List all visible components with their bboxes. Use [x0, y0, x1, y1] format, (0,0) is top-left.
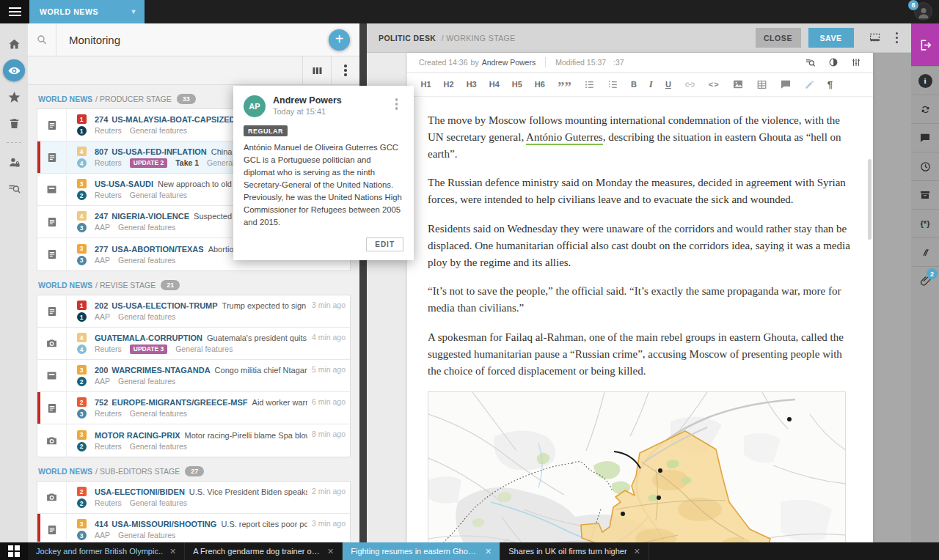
format-h4-button[interactable]: H4: [483, 73, 505, 96]
camera-item-icon: [37, 424, 67, 457]
by-label: by: [471, 58, 479, 67]
pencil-icon[interactable]: [797, 73, 821, 96]
home-icon[interactable]: [0, 31, 28, 57]
format-u-button[interactable]: U: [659, 73, 677, 96]
item-source: Reuters: [95, 191, 122, 199]
close-button[interactable]: CLOSE: [756, 28, 801, 48]
item-time: 8 min ago: [312, 430, 346, 438]
hamburger-menu-icon[interactable]: [0, 0, 29, 23]
item-headline: Motor racing-Pirelli blame Spa blow...: [185, 431, 307, 440]
format-b-button[interactable]: B: [624, 73, 643, 96]
popup-menu-icon[interactable]: [390, 95, 404, 117]
attachments-icon[interactable]: 2: [911, 266, 939, 295]
list-item[interactable]: 32200WARCRIMES-NTAGANDACongo militia chi…: [37, 360, 350, 392]
stage-label: / REVISE STAGE: [95, 281, 156, 290]
monitoring-menu-icon[interactable]: [331, 56, 359, 84]
item-source: Reuters: [95, 126, 122, 135]
list-item[interactable]: 32MOTOR RACING-PRIXMotor racing-Pirelli …: [37, 424, 350, 457]
send-to-icon[interactable]: [911, 23, 939, 66]
priority-badge: 3: [77, 531, 87, 540]
desk-link[interactable]: WORLD NEWS: [38, 467, 92, 476]
urgency-badge: 1: [77, 114, 87, 124]
package-icon[interactable]: [911, 180, 939, 209]
item-slugline: US-USA-SAUDI: [95, 180, 153, 188]
text-item-icon: [37, 295, 67, 327]
user-privileges-icon[interactable]: [0, 149, 28, 175]
format-h6-button[interactable]: H6: [528, 73, 551, 96]
list-item[interactable]: 23752EUROPE-MIGRANTS/GREECE-MSFAid worke…: [37, 392, 350, 424]
item-genre: General features: [118, 223, 175, 232]
dock-layout-icon[interactable]: [869, 32, 881, 44]
versions-icon[interactable]: [911, 95, 939, 123]
close-tab-icon[interactable]: ✕: [634, 547, 640, 556]
add-content-button[interactable]: +: [329, 29, 350, 51]
list-item[interactable]: 22USA-ELECTIONI/BIDENU.S. Vice President…: [37, 482, 350, 514]
search-icon[interactable]: [28, 23, 56, 56]
link-icon[interactable]: [677, 73, 702, 96]
macros-icon[interactable]: {*}: [911, 209, 939, 237]
contrast-icon[interactable]: [828, 57, 838, 67]
modified-extra: :37: [613, 58, 624, 67]
urgency-badge: 3: [77, 244, 87, 254]
find-replace-icon[interactable]: [805, 57, 816, 68]
stage-label: / SUB-EDITORS STAGE: [95, 467, 180, 476]
format-h2-button[interactable]: H2: [437, 73, 460, 96]
comments-icon[interactable]: [911, 123, 939, 152]
trash-icon[interactable]: [0, 110, 28, 136]
map-image[interactable]: [428, 391, 846, 542]
workqueue-tab[interactable]: A French gendarme dog trainer of PSIG✕: [185, 542, 343, 560]
desk-link[interactable]: WORLD NEWS: [38, 95, 92, 103]
comment-icon[interactable]: [773, 73, 797, 96]
edit-button[interactable]: EDIT: [366, 237, 403, 251]
monitoring-eye-icon[interactable]: [0, 57, 28, 84]
user-menu[interactable]: 8: [914, 2, 933, 21]
global-search-icon[interactable]: [0, 175, 28, 202]
ul-icon[interactable]: [577, 73, 601, 96]
format-i-button[interactable]: I: [643, 73, 659, 96]
camera-item-icon: [37, 328, 67, 359]
workspace-selector[interactable]: WORLD NEWS ▼: [29, 0, 145, 23]
urgency-badge: 4: [77, 147, 87, 156]
code-icon[interactable]: <>: [702, 73, 726, 96]
format-¶-button[interactable]: ¶: [821, 73, 838, 96]
ingest-item-icon: [37, 360, 67, 391]
article-body[interactable]: The move by Moscow follows mounting inte…: [407, 97, 873, 542]
format-h5-button[interactable]: H5: [505, 73, 528, 96]
authoring-menu-icon[interactable]: [890, 29, 905, 47]
close-tab-icon[interactable]: ✕: [485, 547, 492, 556]
ol-icon[interactable]: [601, 73, 624, 96]
text-item-icon: [37, 514, 67, 542]
image-icon[interactable]: [726, 73, 750, 96]
close-tab-icon[interactable]: ✕: [169, 547, 176, 556]
update-badge: UPDATE 3: [130, 345, 167, 354]
history-icon[interactable]: [911, 152, 939, 180]
format-h1-button[interactable]: H1: [414, 73, 437, 96]
workqueue-tab[interactable]: Jockey and former British Olympic..✕: [28, 542, 185, 560]
desk-link[interactable]: WORLD NEWS: [38, 281, 92, 290]
list-item[interactable]: 44GUATEMALA-CORRUPTIONGuatemala's presid…: [37, 328, 350, 360]
workqueue-grid-icon[interactable]: [0, 542, 28, 560]
item-slugline: USA-ABORTION/TEXAS: [112, 245, 203, 254]
item-slugline: USA-MISSOURI/SHOOTING: [112, 520, 216, 528]
quote-icon[interactable]: ””: [551, 73, 577, 96]
info-icon[interactable]: i: [911, 66, 939, 95]
authoring-panel: POLITIC DESK / WORKING STAGE CLOSE SAVE …: [367, 23, 911, 542]
star-icon[interactable]: [0, 84, 28, 110]
page-scrollbar[interactable]: [868, 159, 872, 240]
columns-view-icon[interactable]: [302, 56, 331, 84]
table-icon[interactable]: [750, 73, 773, 96]
close-tab-icon[interactable]: ✕: [327, 547, 334, 556]
item-genre: General features: [130, 191, 187, 199]
save-button[interactable]: SAVE: [808, 28, 854, 48]
item-genre: General features: [130, 409, 187, 418]
text-settings-icon[interactable]: [851, 57, 861, 67]
workqueue-tab[interactable]: Fighting resumes in eastern Ghouta...✕: [343, 542, 500, 560]
urgency-badge: 3: [77, 365, 87, 375]
suggestions-icon[interactable]: [911, 237, 939, 266]
list-item[interactable]: 33414USA-MISSOURI/SHOOTINGU.S. report ci…: [37, 514, 350, 542]
format-h3-button[interactable]: H3: [460, 73, 483, 96]
workqueue-tab[interactable]: Shares in UK oil firms turn higher✕: [500, 542, 649, 560]
annotated-text[interactable]: António Guterres: [526, 131, 603, 145]
item-source: Reuters: [95, 345, 122, 353]
list-item[interactable]: 11202US-USA-ELECTION-TRUMPTrump expected…: [37, 295, 350, 328]
